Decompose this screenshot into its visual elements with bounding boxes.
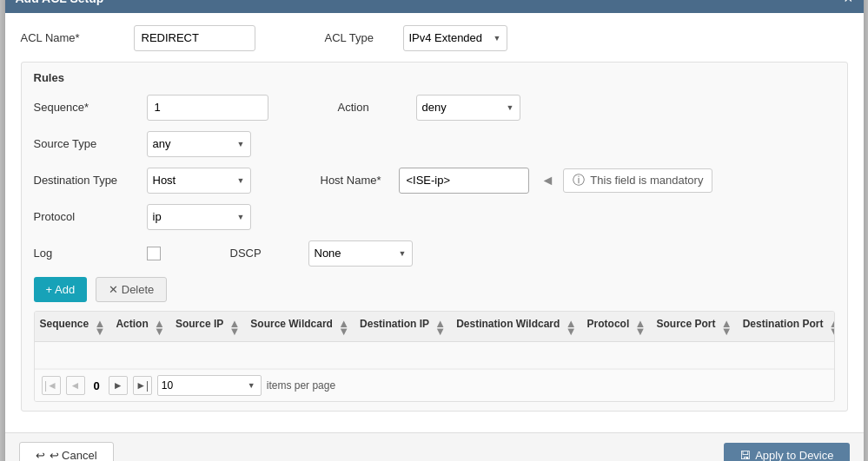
close-button[interactable]: × [844, 0, 853, 6]
dialog-title: Add ACL Setup [16, 0, 104, 5]
per-page-select[interactable]: 10 20 50 [157, 375, 262, 396]
cancel-button[interactable]: ↩ ↩ Cancel [19, 442, 114, 461]
col-source-port[interactable]: Source Port ▲▼ [651, 312, 737, 342]
acl-type-group: ACL Type IPv4 Extended IPv4 Standard IPv… [325, 25, 507, 51]
col-protocol[interactable]: Protocol ▲▼ [582, 312, 652, 342]
host-name-group: Host Name* ◄ ⓘ This field is mandatory [321, 168, 713, 194]
dialog-body: ACL Name* ACL Type IPv4 Extended IPv4 St… [5, 13, 864, 432]
dscp-label: DSCP [230, 247, 300, 260]
add-acl-dialog: Add ACL Setup × ACL Name* ACL Type IPv4 … [4, 0, 865, 461]
mandatory-tooltip: ⓘ This field is mandatory [563, 168, 712, 193]
sequence-group: Sequence* [34, 95, 268, 121]
rules-table-wrapper: Sequence ▲▼ Action ▲▼ Source IP ▲▼ [34, 311, 835, 402]
acl-type-select[interactable]: IPv4 Extended IPv4 Standard IPv6 [403, 25, 507, 51]
per-page-select-wrapper: 10 20 50 [157, 375, 262, 396]
sequence-action-row: Sequence* Action deny permit [34, 95, 835, 121]
no-items-text: No items to display [35, 342, 835, 369]
destination-ip-sort-icon: ▲▼ [434, 319, 446, 335]
log-checkbox[interactable] [147, 247, 161, 260]
source-type-group: Source Type any host network [34, 131, 251, 157]
action-label: Action [338, 101, 407, 114]
last-page-button[interactable]: ►| [133, 376, 152, 395]
source-type-label: Source Type [34, 137, 138, 150]
destination-type-group: Destination Type Host any network [34, 168, 251, 194]
dscp-group: DSCP None AF11 AF12 EF [230, 240, 413, 267]
destination-type-label: Destination Type [34, 174, 138, 187]
protocol-row: Protocol ip tcp udp icmp [34, 204, 835, 230]
source-type-select-wrapper: any host network [147, 131, 251, 157]
log-dscp-row: Log DSCP None AF11 AF12 EF [34, 240, 835, 267]
rules-section: Rules Sequence* Action deny permit [21, 62, 848, 412]
acl-type-label: ACL Type [325, 31, 394, 44]
mandatory-text: This field is mandatory [590, 174, 703, 187]
sequence-label: Sequence* [34, 101, 138, 114]
host-name-label: Host Name* [321, 174, 390, 187]
destination-type-select-wrapper: Host any network [147, 168, 251, 194]
acl-name-label: ACL Name* [21, 31, 125, 44]
source-ip-sort-icon: ▲▼ [229, 319, 240, 335]
protocol-label: Protocol [34, 210, 138, 223]
source-port-sort-icon: ▲▼ [721, 319, 732, 335]
source-wildcard-sort-icon: ▲▼ [338, 319, 349, 335]
action-sort-icon: ▲▼ [154, 319, 165, 335]
acl-type-select-wrapper: IPv4 Extended IPv4 Standard IPv6 [403, 25, 507, 51]
destination-type-select[interactable]: Host any network [147, 168, 251, 194]
col-destination-wildcard[interactable]: Destination Wildcard ▲▼ [451, 312, 581, 342]
apply-to-device-button[interactable]: 🖫 Apply to Device [724, 443, 849, 461]
source-type-select[interactable]: any host network [147, 131, 251, 157]
prev-page-button[interactable]: ◄ [66, 376, 85, 395]
apply-label: Apply to Device [755, 449, 833, 461]
acl-name-input[interactable] [134, 25, 255, 51]
action-select[interactable]: deny permit [416, 95, 520, 121]
delete-button[interactable]: ✕ Delete [96, 277, 167, 302]
sequence-input[interactable] [147, 95, 268, 121]
col-source-wildcard[interactable]: Source Wildcard ▲▼ [245, 312, 354, 342]
col-action[interactable]: Action ▲▼ [110, 312, 170, 342]
host-name-input[interactable] [399, 168, 529, 194]
col-source-ip[interactable]: Source IP ▲▼ [170, 312, 245, 342]
protocol-sort-icon: ▲▼ [635, 319, 646, 335]
items-per-page-label: items per page [267, 379, 335, 392]
cancel-label: ↩ Cancel [50, 449, 97, 461]
log-label: Log [34, 247, 138, 260]
col-sequence[interactable]: Sequence ▲▼ [35, 312, 111, 342]
log-group: Log [34, 247, 161, 260]
acl-row: ACL Name* ACL Type IPv4 Extended IPv4 St… [21, 25, 848, 51]
action-group: Action deny permit [338, 95, 520, 121]
acl-name-group: ACL Name* [21, 25, 255, 51]
first-page-button[interactable]: |◄ [42, 376, 61, 395]
destination-row: Destination Type Host any network Host N… [34, 168, 835, 194]
info-icon: ⓘ [573, 173, 585, 188]
rules-title: Rules [34, 71, 835, 84]
destination-wildcard-sort-icon: ▲▼ [566, 319, 577, 335]
rules-table: Sequence ▲▼ Action ▲▼ Source IP ▲▼ [35, 312, 835, 369]
dscp-select-wrapper: None AF11 AF12 EF [308, 240, 413, 267]
dialog-header: Add ACL Setup × [5, 0, 864, 13]
action-buttons: + Add ✕ Delete [34, 277, 835, 302]
dscp-select[interactable]: None AF11 AF12 EF [308, 240, 413, 267]
tooltip-arrow: ◄ [541, 173, 555, 188]
col-destination-ip[interactable]: Destination IP ▲▼ [354, 312, 451, 342]
protocol-select[interactable]: ip tcp udp icmp [147, 204, 251, 230]
pagination: |◄ ◄ 0 ► ►| 10 20 50 items per page [35, 369, 834, 401]
cancel-icon: ↩ [36, 449, 45, 461]
dialog-footer: ↩ ↩ Cancel 🖫 Apply to Device [5, 432, 864, 461]
protocol-select-wrapper: ip tcp udp icmp [147, 204, 251, 230]
apply-icon: 🖫 [739, 449, 751, 461]
col-destination-port[interactable]: Destination Port ▲▼ [738, 312, 835, 342]
next-page-button[interactable]: ► [109, 376, 128, 395]
source-type-row: Source Type any host network [34, 131, 835, 157]
destination-port-sort-icon: ▲▼ [829, 319, 835, 335]
action-select-wrapper: deny permit [416, 95, 520, 121]
sequence-sort-icon: ▲▼ [95, 319, 106, 335]
current-page: 0 [90, 379, 103, 392]
protocol-group: Protocol ip tcp udp icmp [34, 204, 251, 230]
add-button[interactable]: + Add [34, 277, 88, 302]
